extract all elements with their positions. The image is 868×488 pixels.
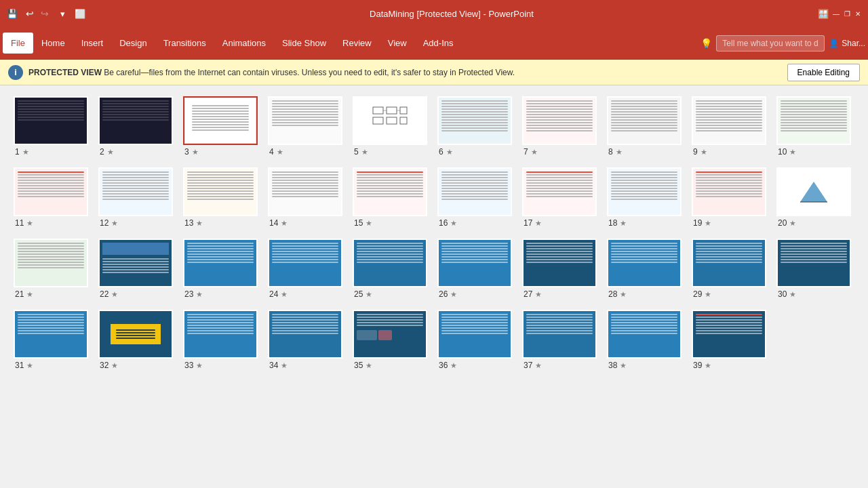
slide-item-3[interactable]: 3★ bbox=[183, 96, 261, 157]
slide-number-30: 30 bbox=[778, 289, 787, 299]
slide-item-9[interactable]: 9★ bbox=[692, 96, 770, 157]
tab-file[interactable]: File bbox=[3, 33, 33, 54]
tab-addins[interactable]: Add-Ins bbox=[415, 33, 462, 54]
slide-number-10: 10 bbox=[778, 147, 787, 157]
slide-item-8[interactable]: 8★ bbox=[607, 96, 685, 157]
slide-item-2[interactable]: 2★ bbox=[98, 96, 176, 157]
slide-star-6: ★ bbox=[446, 148, 453, 157]
slide-item-30[interactable]: 30★ bbox=[776, 239, 854, 299]
slide-item-22[interactable]: 22★ bbox=[98, 239, 176, 299]
slide-number-3: 3 bbox=[184, 147, 189, 157]
slide-item-5[interactable]: 5★ bbox=[353, 96, 431, 157]
redo-button[interactable]: ↪ bbox=[38, 7, 52, 20]
slide-star-32: ★ bbox=[111, 361, 118, 370]
slide-number-4: 4 bbox=[269, 147, 274, 157]
slide-item-20[interactable]: 20★ bbox=[776, 167, 854, 228]
slide-star-31: ★ bbox=[26, 361, 33, 370]
slide-star-18: ★ bbox=[620, 219, 627, 228]
close-button[interactable]: ✕ bbox=[853, 9, 863, 18]
tab-design[interactable]: Design bbox=[111, 33, 155, 54]
slide-star-8: ★ bbox=[616, 148, 623, 157]
tab-view[interactable]: View bbox=[380, 33, 415, 54]
slide-star-3: ★ bbox=[192, 148, 199, 157]
tab-home[interactable]: Home bbox=[33, 33, 73, 54]
slide-item-31[interactable]: 31★ bbox=[14, 310, 92, 370]
slide-number-22: 22 bbox=[100, 289, 108, 299]
slide-number-27: 27 bbox=[524, 289, 532, 299]
slide-item-21[interactable]: 21★ bbox=[14, 239, 92, 299]
slide-number-21: 21 bbox=[15, 289, 24, 299]
slide-item-11[interactable]: 11★ bbox=[14, 167, 92, 228]
slide-number-14: 14 bbox=[269, 218, 278, 228]
protected-text: PROTECTED VIEW Be careful—files from the… bbox=[28, 68, 782, 77]
slide-item-13[interactable]: 13★ bbox=[183, 167, 261, 228]
minimize-button[interactable]: — bbox=[831, 9, 841, 18]
tab-animations[interactable]: Animations bbox=[214, 33, 274, 54]
svg-rect-0 bbox=[373, 107, 383, 114]
slide-item-23[interactable]: 23★ bbox=[183, 239, 261, 299]
slide-item-33[interactable]: 33★ bbox=[183, 310, 261, 370]
lightbulb-icon: 💡 bbox=[701, 38, 712, 49]
person-icon: 👤 bbox=[829, 39, 839, 48]
slide-item-39[interactable]: 39★ bbox=[692, 310, 770, 370]
slide-item-36[interactable]: 36★ bbox=[437, 310, 515, 370]
slide-item-38[interactable]: 38★ bbox=[607, 310, 685, 370]
slide-item-6[interactable]: 6★ bbox=[437, 96, 515, 157]
tab-review[interactable]: Review bbox=[334, 33, 380, 54]
search-input[interactable] bbox=[716, 35, 825, 52]
slide-star-16: ★ bbox=[450, 219, 457, 228]
save-icon[interactable]: 💾 bbox=[5, 7, 19, 20]
slide-item-12[interactable]: 12★ bbox=[98, 167, 176, 228]
slide-item-4[interactable]: 4★ bbox=[268, 96, 346, 157]
info-icon: i bbox=[8, 65, 23, 80]
slide-item-24[interactable]: 24★ bbox=[268, 239, 346, 299]
slide-number-26: 26 bbox=[439, 289, 448, 299]
tab-transitions[interactable]: Transitions bbox=[155, 33, 214, 54]
slide-item-14[interactable]: 14★ bbox=[268, 167, 346, 228]
slide-item-10[interactable]: 10★ bbox=[776, 96, 854, 157]
slide-item-15[interactable]: 15★ bbox=[353, 167, 431, 228]
slide-item-1[interactable]: 1★ bbox=[14, 96, 92, 157]
slide-item-32[interactable]: 32★ bbox=[98, 310, 176, 370]
tab-insert[interactable]: Insert bbox=[73, 33, 112, 54]
slide-number-15: 15 bbox=[354, 218, 363, 228]
slide-star-5: ★ bbox=[361, 148, 368, 157]
slide-star-12: ★ bbox=[111, 219, 118, 228]
slide-item-27[interactable]: 27★ bbox=[522, 239, 600, 299]
svg-marker-8 bbox=[800, 182, 827, 202]
slide-number-37: 37 bbox=[524, 361, 532, 370]
slide-item-28[interactable]: 28★ bbox=[607, 239, 685, 299]
slide-number-32: 32 bbox=[100, 361, 108, 370]
slide-item-26[interactable]: 26★ bbox=[437, 239, 515, 299]
slide-number-23: 23 bbox=[184, 289, 193, 299]
slide-item-35[interactable]: 35★ bbox=[353, 310, 431, 370]
slide-star-20: ★ bbox=[789, 219, 796, 228]
tab-slideshow[interactable]: Slide Show bbox=[274, 33, 334, 54]
customize-icon[interactable]: ▾ bbox=[56, 7, 69, 20]
slide-grid: 1★2★3★4★ 5★6★7★8★9★10★ 11★12★13★14★ 15★1… bbox=[14, 96, 854, 370]
slide-item-7[interactable]: 7★ bbox=[522, 96, 600, 157]
slide-item-19[interactable]: 19★ bbox=[692, 167, 770, 228]
slide-item-37[interactable]: 37★ bbox=[522, 310, 600, 370]
slide-star-15: ★ bbox=[366, 219, 372, 228]
slide-item-34[interactable]: 34★ bbox=[268, 310, 346, 370]
enable-editing-button[interactable]: Enable Editing bbox=[787, 64, 860, 81]
slide-number-8: 8 bbox=[608, 147, 613, 157]
slide-item-29[interactable]: 29★ bbox=[692, 239, 770, 299]
share-button[interactable]: 👤 Shar... bbox=[829, 39, 865, 48]
svg-rect-5 bbox=[400, 117, 407, 124]
slide-item-25[interactable]: 25★ bbox=[353, 239, 431, 299]
svg-rect-2 bbox=[400, 107, 407, 114]
undo-button[interactable]: ↩ bbox=[23, 7, 37, 20]
ribbon: File Home Insert Design Transitions Anim… bbox=[0, 27, 868, 60]
slide-item-16[interactable]: 16★ bbox=[437, 167, 515, 228]
window-icon: 🪟 bbox=[816, 7, 830, 20]
slide-item-17[interactable]: 17★ bbox=[522, 167, 600, 228]
slide-star-24: ★ bbox=[281, 290, 288, 299]
slide-number-20: 20 bbox=[778, 218, 787, 228]
monitor-icon[interactable]: ⬜ bbox=[73, 7, 87, 20]
restore-button[interactable]: ❐ bbox=[842, 9, 852, 18]
slide-star-23: ★ bbox=[196, 290, 203, 299]
slide-item-18[interactable]: 18★ bbox=[607, 167, 685, 228]
slide-number-24: 24 bbox=[269, 289, 278, 299]
